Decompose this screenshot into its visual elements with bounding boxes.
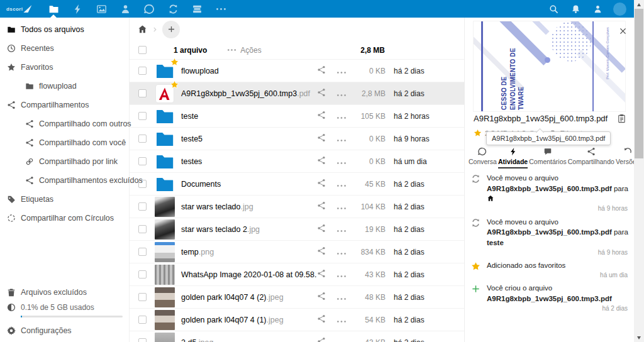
- activity-time: há um dia: [487, 271, 628, 280]
- sidebar-item-settings[interactable]: Configurações: [0, 321, 129, 339]
- file-row[interactable]: flowupload 0 KB há 2 dias: [130, 59, 464, 82]
- activity-time: há 9 horas: [487, 204, 628, 214]
- row-more-button[interactable]: [336, 179, 348, 190]
- sidebar-item-shared-with-others[interactable]: Compartilhado com outros: [0, 114, 129, 133]
- row-more-button[interactable]: [336, 337, 348, 342]
- sidebar-item-shares[interactable]: Compartilhamentos: [0, 96, 129, 114]
- row-more-button[interactable]: [336, 224, 348, 235]
- row-checkbox[interactable]: [138, 67, 147, 75]
- dots-icon: [336, 116, 347, 119]
- app-button-contacts[interactable]: [113, 0, 137, 18]
- sidebar-item-deleted-shares[interactable]: Compartilhamentos excluídos: [0, 171, 129, 190]
- row-checkbox[interactable]: [138, 112, 147, 120]
- scrollbar-thumb[interactable]: [635, 9, 643, 158]
- new-file-button[interactable]: [162, 21, 180, 38]
- share-button[interactable]: [317, 314, 327, 326]
- row-more-button[interactable]: [336, 201, 348, 212]
- file-row[interactable]: 2 d5.jpeg 43 KB há 2 dias: [130, 331, 464, 342]
- share-button[interactable]: [317, 337, 327, 342]
- row-checkbox[interactable]: [138, 89, 147, 97]
- sidebar: Todos os arquivosRecentesFavoritosflowup…: [0, 18, 129, 342]
- app-button-files[interactable]: [42, 0, 65, 18]
- share-button[interactable]: [317, 179, 327, 190]
- share-button[interactable]: [317, 292, 327, 303]
- clipboard-icon[interactable]: [617, 114, 626, 123]
- tab-atividade[interactable]: Atividade: [497, 146, 528, 169]
- quota-block: 0.1% de 5 GB usados: [0, 302, 129, 322]
- file-row[interactable]: teste5 0 KB há 9 horas: [130, 127, 464, 150]
- sidebar-item-shared-with-you[interactable]: Compartilhado com você: [0, 133, 129, 152]
- row-more-button[interactable]: [336, 314, 348, 326]
- sidebar-item-circles[interactable]: Compartilhar com Círculos: [0, 209, 129, 228]
- row-more-button[interactable]: [336, 269, 348, 280]
- app-button-sync[interactable]: [161, 0, 185, 18]
- sidebar-item-flowupload[interactable]: flowupload: [0, 77, 129, 96]
- search-button[interactable]: [543, 0, 565, 18]
- share-button[interactable]: [317, 65, 327, 77]
- comment-icon: [543, 147, 552, 156]
- home-icon[interactable]: [138, 25, 147, 34]
- row-more-button[interactable]: [336, 246, 348, 258]
- close-icon[interactable]: [619, 27, 627, 35]
- file-row[interactable]: WhatsApp Image 2020-01-08 at 09.58.11.jp…: [130, 263, 464, 285]
- gear-icon: [7, 326, 16, 335]
- share-button[interactable]: [317, 246, 327, 258]
- share-button[interactable]: [317, 269, 327, 280]
- select-all-checkbox[interactable]: [138, 46, 147, 54]
- row-more-button[interactable]: [336, 65, 348, 77]
- row-more-button[interactable]: [336, 88, 348, 99]
- sidebar-item-favorites[interactable]: Favoritos: [0, 58, 129, 77]
- row-checkbox[interactable]: [138, 316, 147, 324]
- row-checkbox[interactable]: [138, 293, 147, 301]
- sidebar-item-recent[interactable]: Recentes: [0, 39, 129, 58]
- row-checkbox[interactable]: [138, 225, 147, 233]
- sidebar-item-tags[interactable]: Etiquetas: [0, 190, 129, 209]
- row-checkbox[interactable]: [138, 157, 147, 165]
- file-row[interactable]: golden park l04q07 4 (1).jpeg 54 KB há 2…: [130, 308, 464, 331]
- app-button-talk[interactable]: [137, 0, 161, 18]
- row-more-button[interactable]: [336, 156, 348, 167]
- share-button[interactable]: [317, 224, 327, 235]
- file-row[interactable]: star wars teclado.jpg 104 KB há 2 dias: [130, 195, 464, 218]
- sidebar-item-all-files[interactable]: Todos os arquivos: [0, 20, 129, 39]
- app-logo[interactable]: dscorl: [6, 5, 40, 13]
- app-button-deck[interactable]: [185, 0, 209, 18]
- notifications-button[interactable]: [565, 0, 587, 18]
- row-checkbox[interactable]: [138, 248, 147, 256]
- row-more-button[interactable]: [336, 111, 348, 122]
- tab-comentários[interactable]: Comentários: [528, 146, 567, 169]
- share-button[interactable]: [317, 133, 327, 145]
- sidebar-item-deleted-files[interactable]: Arquivos excluídos: [0, 284, 129, 302]
- sidebar-item-shared-by-link[interactable]: Compartilhado por link: [0, 152, 129, 171]
- app-button-photos[interactable]: [89, 0, 113, 18]
- app-button-more[interactable]: [209, 0, 233, 18]
- favorite-star-icon[interactable]: [474, 129, 482, 137]
- share-button[interactable]: [317, 88, 327, 99]
- contacts-button[interactable]: [587, 0, 609, 18]
- row-checkbox[interactable]: [138, 270, 147, 279]
- row-checkbox[interactable]: [138, 338, 147, 342]
- tab-conversa[interactable]: Conversa: [468, 146, 497, 169]
- file-row[interactable]: temp.png 834 KB há 2 dias: [130, 240, 464, 263]
- row-checkbox[interactable]: [138, 135, 147, 143]
- file-row[interactable]: star wars teclado 2.jpg 19 KB há 2 dias: [130, 218, 464, 240]
- share-button[interactable]: [317, 201, 327, 212]
- share-button[interactable]: [317, 111, 327, 122]
- file-row[interactable]: testes 0 KB há um dia: [130, 150, 464, 172]
- scroll-up-arrow[interactable]: [634, 0, 644, 9]
- scrollbar[interactable]: [634, 0, 644, 342]
- scroll-down-arrow[interactable]: [634, 333, 644, 342]
- file-row[interactable]: Documents 45 KB há 2 dias: [130, 172, 464, 195]
- row-more-button[interactable]: [336, 133, 348, 145]
- user-avatar[interactable]: [613, 3, 626, 16]
- row-checkbox[interactable]: [138, 202, 147, 211]
- activity-text: Você moveu o arquivo: [487, 217, 629, 228]
- row-more-button[interactable]: [336, 292, 348, 303]
- file-row[interactable]: golden park l04q07 4 (2).jpeg 48 KB há 2…: [130, 285, 464, 308]
- share-button[interactable]: [317, 156, 327, 167]
- tab-compartilhando[interactable]: Compartilhando: [567, 146, 615, 169]
- file-row[interactable]: A9R1g8xbpb_1vw35pj_600.tmp3.pdf 2,8 MB h…: [130, 82, 464, 104]
- file-row[interactable]: teste 105 KB há 2 horas: [130, 104, 464, 127]
- actions-button[interactable]: Ações: [227, 46, 261, 55]
- app-button-activity[interactable]: [65, 0, 89, 18]
